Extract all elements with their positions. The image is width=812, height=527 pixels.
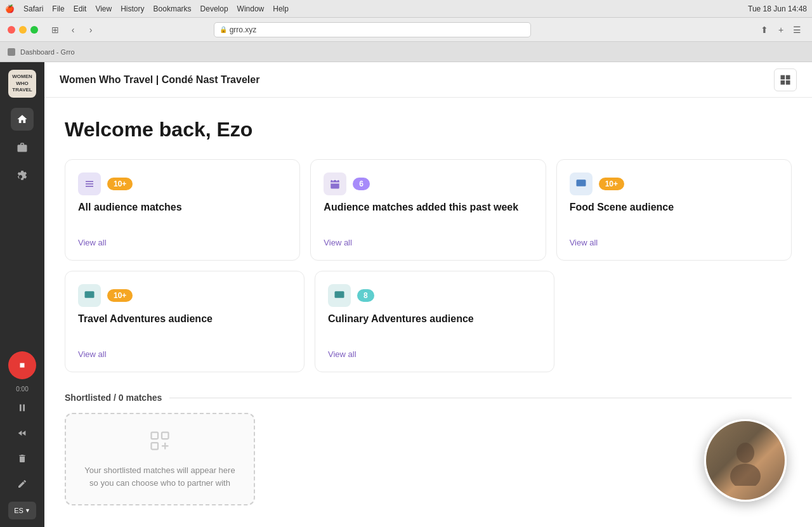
card-weekly-matches-viewall[interactable]: View all (324, 238, 532, 247)
card-food-scene-title: Food Scene audience (570, 202, 778, 214)
browser-nav: ⊞ ‹ › (48, 23, 98, 37)
main-content: Women Who Travel | Condé Nast Traveler W… (44, 62, 812, 527)
sidebar-item-settings[interactable] (11, 164, 34, 186)
card-travel-adventures: 10+ Travel Adventures audience View all (65, 271, 304, 372)
url-bar[interactable]: 🔒 grro.xyz (214, 22, 531, 37)
menu-file[interactable]: File (52, 4, 64, 13)
card-culinary-adventures-badge: 8 (357, 289, 374, 302)
svg-rect-3 (331, 180, 340, 189)
card-travel-adventures-icon (78, 284, 101, 307)
card-travel-adventures-header: 10+ (78, 284, 291, 307)
card-food-scene-viewall[interactable]: View all (570, 238, 778, 247)
share-button[interactable]: ⬆ (757, 23, 771, 37)
svg-rect-1 (20, 405, 22, 412)
back-button[interactable]: ‹ (66, 23, 80, 37)
record-time: 0:00 (16, 386, 28, 393)
app-wrapper: WOMEN WHO TRAVEL 0:00 ES ▼ (0, 62, 812, 527)
tab-bar: Dashboard - Grro (0, 42, 812, 62)
svg-rect-0 (20, 363, 25, 368)
pause-button[interactable] (12, 398, 32, 418)
shortlisted-title: Shortlisted / 0 matches (65, 393, 162, 403)
card-weekly-matches-icon (324, 172, 346, 195)
svg-rect-12 (152, 443, 159, 450)
welcome-heading: Welcome back, Ezo (65, 118, 792, 141)
shortlisted-section: Shortlisted / 0 matches Your shortlist (65, 393, 792, 505)
card-culinary-adventures-title: Culinary Adventures audience (328, 313, 541, 325)
language-label: ES (14, 507, 23, 514)
delete-button[interactable] (12, 448, 32, 469)
mac-menubar: 🍎 Safari File Edit View History Bookmark… (0, 0, 812, 18)
language-button[interactable]: ES ▼ (8, 502, 36, 519)
add-grid-icon (148, 429, 171, 457)
card-weekly-matches-badge: 6 (353, 178, 370, 190)
card-food-scene-header: 10+ (570, 172, 778, 195)
menu-bookmarks[interactable]: Bookmarks (154, 4, 192, 13)
sidebar-item-briefcase[interactable] (11, 136, 34, 159)
chevron-down-icon: ▼ (25, 507, 30, 514)
add-tab-button[interactable]: + (774, 23, 788, 37)
card-culinary-adventures: 8 Culinary Adventures audience View all (315, 271, 554, 372)
menu-develop[interactable]: Develop (200, 4, 228, 13)
card-all-matches-icon (78, 172, 101, 195)
maximize-button[interactable] (30, 26, 38, 34)
svg-point-15 (737, 443, 754, 463)
card-culinary-adventures-viewall[interactable]: View all (328, 349, 541, 359)
sidebar-logo: WOMEN WHO TRAVEL (8, 70, 36, 98)
card-all-matches-title: All audience matches (78, 202, 287, 214)
svg-rect-9 (335, 291, 344, 298)
lock-icon: 🔒 (219, 26, 227, 33)
svg-rect-2 (23, 405, 25, 412)
dashboard: Welcome back, Ezo 10+ All audience match… (44, 98, 812, 526)
close-button[interactable] (8, 26, 15, 34)
card-all-matches-viewall[interactable]: View all (78, 238, 287, 247)
menu-window[interactable]: Window (237, 4, 265, 13)
menu-view[interactable]: View (95, 4, 112, 13)
tab-favicon (8, 48, 15, 56)
shortlisted-divider (169, 398, 792, 398)
card-travel-adventures-title: Travel Adventures audience (78, 313, 291, 325)
card-culinary-adventures-icon (328, 284, 351, 307)
record-button[interactable] (8, 351, 36, 379)
grid-toggle-button[interactable] (774, 68, 797, 91)
page-title: Women Who Travel | Condé Nast Traveler (60, 74, 259, 86)
card-culinary-adventures-header: 8 (328, 284, 541, 307)
menu-safari[interactable]: Safari (23, 4, 43, 13)
shortlisted-empty-card: Your shortlisted matches will appear her… (65, 413, 255, 505)
video-chat-inner (706, 421, 785, 500)
mac-clock: Tue 18 Jun 14:48 (748, 4, 807, 13)
card-food-scene-icon (570, 172, 593, 195)
card-travel-adventures-badge: 10+ (107, 289, 133, 302)
tab-label[interactable]: Dashboard - Grro (20, 48, 75, 56)
card-weekly-matches-title: Audience matches added this past week (324, 202, 532, 214)
apple-menu[interactable]: 🍎 (5, 4, 15, 13)
sidebar-toggle-button[interactable]: ⊞ (48, 23, 62, 37)
sidebar: WOMEN WHO TRAVEL 0:00 ES ▼ (0, 62, 44, 527)
url-text: grro.xyz (230, 25, 257, 34)
cards-grid-row2: 10+ Travel Adventures audience View all … (65, 271, 554, 372)
browser-chrome: ⊞ ‹ › 🔒 grro.xyz ⬆ + ☰ (0, 18, 812, 42)
svg-rect-10 (152, 433, 159, 439)
shortlisted-header: Shortlisted / 0 matches (65, 393, 792, 403)
video-chat-bubble[interactable] (704, 419, 787, 502)
card-all-matches-badge: 10+ (107, 178, 133, 190)
cards-grid-row1: 10+ All audience matches View all 6 Audi… (65, 159, 792, 261)
card-food-scene-badge: 10+ (599, 178, 624, 190)
sidebar-item-home[interactable] (11, 108, 34, 131)
card-all-matches: 10+ All audience matches View all (65, 159, 300, 261)
rewind-button[interactable] (12, 423, 32, 443)
menu-edit[interactable]: Edit (74, 4, 87, 13)
svg-rect-7 (576, 179, 586, 186)
menu-help[interactable]: Help (273, 4, 289, 13)
card-weekly-matches-header: 6 (324, 172, 532, 195)
svg-rect-8 (85, 291, 95, 298)
sidebar-button[interactable]: ☰ (790, 23, 804, 37)
svg-point-16 (730, 464, 761, 486)
menu-history[interactable]: History (121, 4, 144, 13)
card-food-scene: 10+ Food Scene audience View all (556, 159, 792, 261)
edit-button[interactable] (12, 474, 32, 494)
app-header: Women Who Travel | Condé Nast Traveler (44, 62, 812, 98)
card-travel-adventures-viewall[interactable]: View all (78, 349, 291, 359)
forward-button[interactable]: › (84, 23, 98, 37)
browser-actions: ⬆ + ☰ (757, 23, 804, 37)
minimize-button[interactable] (19, 26, 27, 34)
